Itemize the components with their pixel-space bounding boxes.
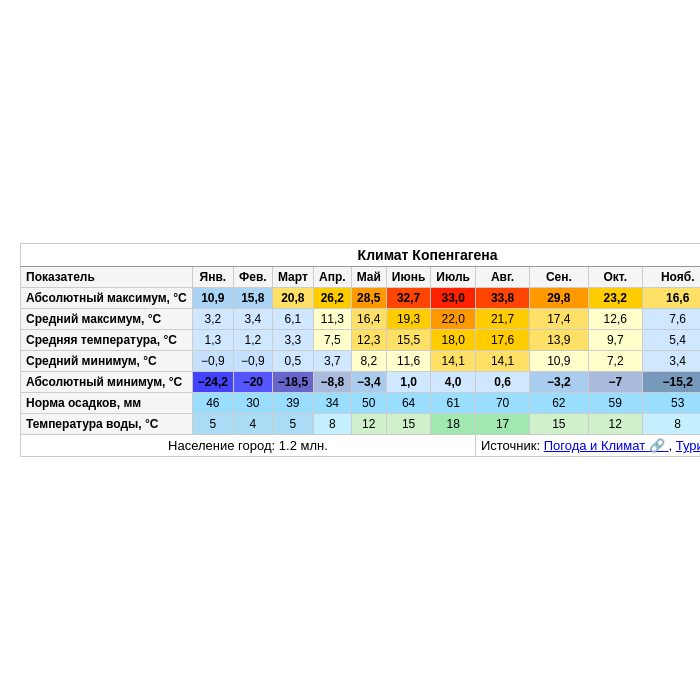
- cell-r1-c0: 3,2: [192, 309, 233, 330]
- cell-r5-c3: 34: [314, 393, 352, 414]
- cell-r4-c8: −3,2: [530, 372, 588, 393]
- cell-r2-c1: 1,2: [234, 330, 273, 351]
- cell-r2-c10: 5,4: [642, 330, 700, 351]
- cell-r1-c2: 6,1: [272, 309, 313, 330]
- cell-r0-c3: 26,2: [314, 288, 352, 309]
- source-text: Источник:: [481, 438, 540, 453]
- row-label-3: Средний минимум, °C: [21, 351, 193, 372]
- table-row: Средний минимум, °C−0,9−0,90,53,78,211,6…: [21, 351, 701, 372]
- row-label-4: Абсолютный минимум, °C: [21, 372, 193, 393]
- cell-r5-c7: 70: [475, 393, 529, 414]
- source1-label: Погода и Климат: [544, 438, 646, 453]
- source-cell: Источник: Погода и Климат 🔗 , Туристичес…: [475, 435, 700, 457]
- cell-r4-c0: −24,2: [192, 372, 233, 393]
- row-label-6: Температура воды, °С: [21, 414, 193, 435]
- col-header-Окт.: Окт.: [588, 267, 642, 288]
- cell-r3-c6: 14,1: [431, 351, 476, 372]
- cell-r0-c5: 32,7: [386, 288, 431, 309]
- cell-r2-c7: 17,6: [475, 330, 529, 351]
- cell-r1-c9: 12,6: [588, 309, 642, 330]
- cell-r5-c4: 50: [351, 393, 386, 414]
- cell-r2-c9: 9,7: [588, 330, 642, 351]
- cell-r2-c4: 12,3: [351, 330, 386, 351]
- cell-r3-c7: 14,1: [475, 351, 529, 372]
- cell-r5-c1: 30: [234, 393, 273, 414]
- cell-r3-c8: 10,9: [530, 351, 588, 372]
- col-header-Янв.: Янв.: [192, 267, 233, 288]
- col-header-Май: Май: [351, 267, 386, 288]
- cell-r3-c5: 11,6: [386, 351, 431, 372]
- cell-r6-c4: 12: [351, 414, 386, 435]
- cell-r6-c10: 8: [642, 414, 700, 435]
- cell-r6-c6: 18: [431, 414, 476, 435]
- col-header-Июнь: Июнь: [386, 267, 431, 288]
- cell-r5-c0: 46: [192, 393, 233, 414]
- cell-r4-c6: 4,0: [431, 372, 476, 393]
- source1-link[interactable]: Погода и Климат 🔗: [544, 438, 669, 453]
- cell-r4-c3: −8,8: [314, 372, 352, 393]
- cell-r4-c7: 0,6: [475, 372, 529, 393]
- cell-r6-c8: 15: [530, 414, 588, 435]
- cell-r1-c4: 16,4: [351, 309, 386, 330]
- cell-r5-c5: 64: [386, 393, 431, 414]
- table-row: Норма осадков, мм46303934506461706259535…: [21, 393, 701, 414]
- title-row: Климат Копенгагена: [21, 244, 701, 267]
- row-label-2: Средняя температура, °C: [21, 330, 193, 351]
- table-row: Абсолютный минимум, °C−24,2−20−18,5−8,8−…: [21, 372, 701, 393]
- cell-r0-c0: 10,9: [192, 288, 233, 309]
- cell-r4-c2: −18,5: [272, 372, 313, 393]
- cell-r5-c2: 39: [272, 393, 313, 414]
- cell-r3-c1: −0,9: [234, 351, 273, 372]
- table-title: Климат Копенгагена: [21, 244, 701, 267]
- source2-label: Туристический портал: [676, 438, 700, 453]
- row-label-0: Абсолютный максимум, °C: [21, 288, 193, 309]
- cell-r4-c10: −15,2: [642, 372, 700, 393]
- source2-link[interactable]: Туристический портал 🔗: [676, 438, 700, 453]
- cell-r2-c2: 3,3: [272, 330, 313, 351]
- cell-r5-c10: 53: [642, 393, 700, 414]
- table-row: Средняя температура, °C1,31,23,37,512,31…: [21, 330, 701, 351]
- cell-r3-c9: 7,2: [588, 351, 642, 372]
- table-row: Средний максимум, °C3,23,46,111,316,419,…: [21, 309, 701, 330]
- cell-r3-c2: 0,5: [272, 351, 313, 372]
- cell-r6-c7: 17: [475, 414, 529, 435]
- cell-r1-c7: 21,7: [475, 309, 529, 330]
- cell-r2-c5: 15,5: [386, 330, 431, 351]
- col-header-Сен.: Сен.: [530, 267, 588, 288]
- footer-row: Население город: 1.2 млн. Источник: Пого…: [21, 435, 701, 457]
- cell-r2-c3: 7,5: [314, 330, 352, 351]
- col-header-Июль: Июль: [431, 267, 476, 288]
- table-row: Температура воды, °С54581215181715128510: [21, 414, 701, 435]
- cell-r3-c4: 8,2: [351, 351, 386, 372]
- cell-r0-c10: 16,6: [642, 288, 700, 309]
- cell-r3-c3: 3,7: [314, 351, 352, 372]
- source1-icon: 🔗: [649, 438, 665, 453]
- cell-r0-c9: 23,2: [588, 288, 642, 309]
- col-header-Фев.: Фев.: [234, 267, 273, 288]
- cell-r6-c0: 5: [192, 414, 233, 435]
- cell-r1-c5: 19,3: [386, 309, 431, 330]
- cell-r3-c10: 3,4: [642, 351, 700, 372]
- col-header-label: Показатель: [21, 267, 193, 288]
- col-header-Нояб.: Нояб.: [642, 267, 700, 288]
- col-header-Март: Март: [272, 267, 313, 288]
- cell-r1-c8: 17,4: [530, 309, 588, 330]
- cell-r6-c5: 15: [386, 414, 431, 435]
- cell-r2-c8: 13,9: [530, 330, 588, 351]
- cell-r0-c2: 20,8: [272, 288, 313, 309]
- cell-r6-c3: 8: [314, 414, 352, 435]
- cell-r4-c9: −7: [588, 372, 642, 393]
- cell-r0-c6: 33,0: [431, 288, 476, 309]
- cell-r4-c1: −20: [234, 372, 273, 393]
- col-header-Авг.: Авг.: [475, 267, 529, 288]
- cell-r1-c6: 22,0: [431, 309, 476, 330]
- cell-r6-c1: 4: [234, 414, 273, 435]
- population-label: Население город: 1.2 млн.: [168, 438, 328, 453]
- cell-r3-c0: −0,9: [192, 351, 233, 372]
- cell-r2-c6: 18,0: [431, 330, 476, 351]
- cell-r0-c4: 28,5: [351, 288, 386, 309]
- cell-r1-c1: 3,4: [234, 309, 273, 330]
- cell-r6-c9: 12: [588, 414, 642, 435]
- cell-r5-c9: 59: [588, 393, 642, 414]
- cell-r0-c1: 15,8: [234, 288, 273, 309]
